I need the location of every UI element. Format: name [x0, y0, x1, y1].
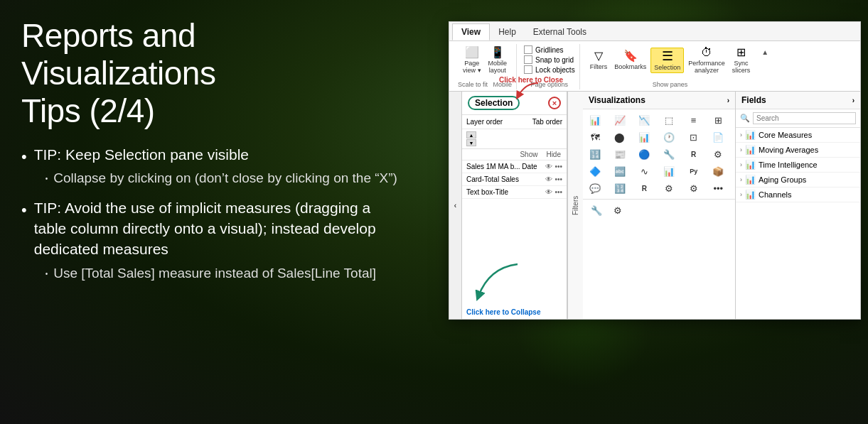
field-group-aging-groups[interactable]: › 📊 Aging Groups	[736, 173, 860, 187]
snap-to-grid-checkbox-item[interactable]: Snap to grid	[524, 55, 575, 64]
sub-bullet-dot-1-1: •	[45, 174, 48, 184]
tab-external-tools[interactable]: External Tools	[525, 24, 595, 40]
viz-icon-27[interactable]: ⚙	[660, 180, 678, 196]
viz-icon-26[interactable]: R	[635, 180, 653, 196]
fields-pane: Fields › 🔍 › 📊 Core Measures	[736, 92, 860, 319]
layer-up-button[interactable]: ▲	[466, 131, 476, 138]
viz-icon-13[interactable]: 📰	[611, 146, 629, 162]
layer-down-button[interactable]: ▼	[466, 139, 476, 146]
lock-objects-checkbox-item[interactable]: Lock objects	[524, 65, 575, 74]
more-icon-1: •••	[554, 175, 562, 183]
viz-icon-29[interactable]: •••	[709, 180, 727, 196]
tab-help[interactable]: Help	[490, 24, 525, 40]
gridlines-checkbox[interactable]	[524, 45, 532, 54]
fields-pane-expand-icon[interactable]: ›	[852, 97, 854, 104]
viz-icon-11[interactable]: 📄	[709, 129, 727, 145]
eye-icon-0: 👁	[545, 163, 552, 170]
left-collapse-bar[interactable]: ‹	[449, 92, 462, 319]
snap-to-grid-label: Snap to grid	[535, 56, 574, 64]
expand-icon-aging-groups: ›	[740, 176, 742, 183]
viz-icon-4[interactable]: ≡	[685, 112, 703, 128]
bullet-dot-2: •	[21, 200, 27, 222]
viz-icon-25[interactable]: 🔢	[611, 180, 629, 196]
viz-pane-expand-icon[interactable]: ›	[727, 97, 729, 104]
viz-icon-23[interactable]: 📦	[709, 163, 727, 179]
viz-icon-3[interactable]: ⬚	[660, 112, 678, 128]
viz-icon-14[interactable]: 🔵	[635, 146, 653, 162]
layer-item-1[interactable]: Card-Total Sales 👁 •••	[462, 173, 567, 186]
viz-icon-16[interactable]: R	[685, 146, 703, 162]
viz-icon-10[interactable]: ⊡	[685, 129, 703, 145]
viz-icon-0[interactable]: 📊	[586, 112, 604, 128]
viz-icon-17[interactable]: ⚙	[709, 146, 727, 162]
field-group-core-measures[interactable]: › 📊 Core Measures	[736, 128, 860, 143]
checkbox-group: Gridlines Snap to grid Lock objects	[524, 45, 575, 74]
visualizations-pane-header: Visualizations ›	[583, 92, 735, 109]
viz-icon-18[interactable]: 🔷	[586, 163, 604, 179]
layer-item-2[interactable]: Text box-Title 👁 •••	[462, 186, 567, 199]
expand-icon-moving-averages: ›	[740, 146, 742, 153]
gridlines-checkbox-item[interactable]: Gridlines	[524, 45, 575, 54]
fields-pane-title: Fields	[741, 95, 766, 105]
viz-icon-21[interactable]: 📊	[660, 163, 678, 179]
viz-icon-2[interactable]: 📉	[635, 112, 653, 128]
collapse-arrow-svg	[468, 261, 525, 303]
layer-item-0[interactable]: Sales 1M MA b... Date 👁 •••	[462, 161, 567, 173]
layer-order-label: Layer order	[466, 118, 503, 126]
selection-button[interactable]: ☰ Selection	[650, 48, 684, 73]
field-group-time-intelligence-label: Time Intelligence	[759, 161, 818, 169]
filters-button[interactable]: ▽ Filters	[587, 49, 611, 72]
viz-icon-19[interactable]: 🔤	[611, 163, 629, 179]
viz-icon-bottom-1[interactable]: ⚙	[609, 202, 627, 218]
viz-icon-5[interactable]: ⊞	[709, 112, 727, 128]
mobile-layout-button[interactable]: 📱 Mobilelayout	[486, 45, 510, 75]
viz-icon-20[interactable]: ∿	[635, 163, 653, 179]
sync-slicers-button[interactable]: ⊞ Syncslicers	[729, 45, 754, 75]
layer-item-0-name: Sales 1M MA b... Date	[466, 163, 545, 170]
sub-bullets-2: • Use [Total Sales] measure instead of S…	[34, 264, 398, 283]
selection-pane: Click here to Close Selection ×	[462, 92, 567, 319]
eye-icon-1: 👁	[545, 175, 552, 183]
layer-item-2-icons: 👁 •••	[545, 188, 562, 196]
viz-icon-15[interactable]: 🔧	[660, 146, 678, 162]
viz-icon-bottom-0[interactable]: 🔧	[587, 202, 606, 218]
layer-item-1-icons: 👁 •••	[545, 175, 562, 183]
bullets-list: • TIP: Keep Selection pane visible • Col…	[21, 144, 398, 287]
viz-icon-7[interactable]: ⬤	[611, 129, 629, 145]
bullet-item-2: • TIP: Avoid the use of implicit measure…	[21, 197, 398, 287]
viz-icon-9[interactable]: 🕐	[660, 129, 678, 145]
sub-bullet-dot-2-1: •	[45, 269, 48, 279]
bookmarks-button[interactable]: 🔖 Bookmarks	[611, 49, 649, 72]
field-group-time-intelligence[interactable]: › 📊 Time Intelligence	[736, 158, 860, 173]
viz-icon-24[interactable]: 💬	[586, 180, 604, 196]
field-group-aging-groups-label: Aging Groups	[759, 175, 806, 184]
selection-pane-close-button[interactable]: ×	[548, 97, 561, 109]
search-input[interactable]	[753, 112, 856, 124]
filters-sidebar[interactable]: Filters	[567, 92, 583, 319]
ribbon-scroll-up[interactable]: ▲	[760, 47, 770, 58]
viz-icon-6[interactable]: 🗺	[586, 129, 604, 145]
field-icon-channels: 📊	[745, 190, 756, 200]
field-group-moving-averages[interactable]: › 📊 Moving Averages	[736, 143, 860, 158]
viz-icon-8[interactable]: 📊	[635, 129, 653, 145]
lock-objects-checkbox[interactable]	[524, 65, 532, 74]
viz-icon-22[interactable]: Py	[685, 163, 703, 179]
fields-pane-header: Fields ›	[736, 92, 860, 109]
sync-slicers-icon: ⊞	[736, 47, 746, 58]
viz-icon-28[interactable]: ⚙	[685, 180, 703, 196]
search-icon: 🔍	[740, 114, 750, 123]
viz-bottom-icons: 🔧 ⚙	[583, 199, 735, 221]
performance-analyzer-button[interactable]: ⏱ Performanceanalyzer	[685, 45, 728, 75]
viz-icons-grid: 📊 📈 📉 ⬚ ≡ ⊞ 🗺 ⬤ 📊 🕐 ⊡ 📄	[583, 109, 735, 199]
page-view-button[interactable]: ⬜ Pageview ▾	[460, 45, 484, 75]
field-group-moving-averages-label: Moving Averages	[759, 146, 818, 154]
viz-icon-12[interactable]: 🔢	[586, 146, 604, 162]
tab-view[interactable]: View	[452, 23, 490, 40]
click-here-collapse-label[interactable]: Click here to Collapse	[462, 305, 567, 319]
visualizations-pane-title: Visualizations	[589, 95, 645, 105]
viz-icon-1[interactable]: 📈	[611, 112, 629, 128]
snap-to-grid-checkbox[interactable]	[524, 55, 532, 64]
visualizations-pane: Visualizations › 📊 📈 📉 ⬚ ≡ ⊞ 🗺 ⬤	[583, 92, 736, 319]
field-icon-aging-groups: 📊	[745, 175, 756, 185]
field-group-channels[interactable]: › 📊 Channels	[736, 187, 860, 202]
